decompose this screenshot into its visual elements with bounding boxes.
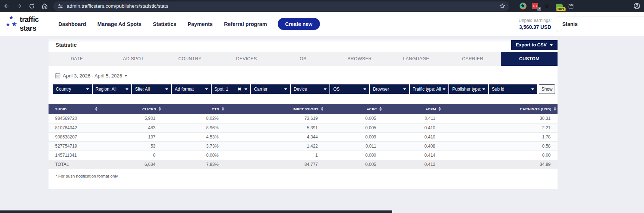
sort-arrows-icon[interactable] xyxy=(379,107,382,111)
user-menu[interactable]: Stanis xyxy=(556,16,644,32)
tab-country[interactable]: COUNTRY xyxy=(162,52,218,66)
column-header-ecpc[interactable]: eCPC xyxy=(325,104,383,114)
tab-language[interactable]: LANGUAGE xyxy=(388,52,444,66)
filter-publisher-type-all[interactable]: Publisher type: All xyxy=(449,84,488,94)
subid-cell: 810784042 xyxy=(49,123,111,132)
back-icon[interactable] xyxy=(2,2,10,10)
extension-paw-icon[interactable] xyxy=(543,3,551,10)
show-button[interactable]: Show xyxy=(539,84,555,94)
sort-arrows-icon[interactable] xyxy=(439,107,441,111)
filter-carrier[interactable]: Carrier xyxy=(251,84,290,94)
subid-cell: 527754719 xyxy=(49,141,111,151)
filter-spot-1[interactable]: Spot: 1✖ xyxy=(212,84,251,94)
column-label: EARNINGS (USD) xyxy=(520,107,551,111)
extension-badge: 7 xyxy=(537,7,541,11)
table-row: 9085382071974.53%4,3440.0090.4101.78 xyxy=(49,132,558,141)
filter-device[interactable]: Device xyxy=(291,84,330,94)
table-total-row: TOTAL6,6347.83%84,7770.0050.41234.89 xyxy=(49,160,558,169)
dropdown-caret-icon xyxy=(482,88,485,92)
screen: admin.trafficstars.com/publishers/statis… xyxy=(0,0,644,213)
value-cell: 30.31 xyxy=(442,114,558,123)
table-row: 8107840424838.96%5,3910.0050.4102.21 xyxy=(49,123,558,132)
filter-traffic-type-all[interactable]: Traffic type: All xyxy=(410,84,449,94)
nav-item-dashboard[interactable]: Dashboard xyxy=(58,21,86,27)
value-cell: 4.53% xyxy=(162,132,225,141)
export-csv-button[interactable]: Export to CSV xyxy=(511,40,558,50)
puzzle-icon[interactable] xyxy=(567,3,575,10)
subid-cell: 908538207 xyxy=(49,132,111,141)
column-label: eCPC xyxy=(367,107,377,111)
extension-camera-icon[interactable] xyxy=(519,3,527,10)
tune-icon[interactable] xyxy=(57,3,63,9)
sort-arrows-icon[interactable] xyxy=(554,107,556,111)
filter-browser[interactable]: Browser xyxy=(370,84,409,94)
value-cell: 73,619 xyxy=(225,114,325,123)
value-cell: 4,344 xyxy=(225,132,325,141)
sort-arrows-icon[interactable] xyxy=(222,107,224,111)
date-range-picker[interactable]: April 3, 2026 - April 5, 2026 xyxy=(55,72,558,80)
dropdown-caret-icon xyxy=(443,88,446,92)
filter-country[interactable]: Country xyxy=(53,84,92,94)
value-cell: 0.011 xyxy=(325,141,383,151)
nav-item-statistics[interactable]: Statistics xyxy=(153,21,176,27)
filter-label: Country xyxy=(56,87,86,92)
filter-label: Device xyxy=(294,87,324,92)
table-body: 9845697205,9018.02%73,6190.0050.41130.31… xyxy=(49,114,558,169)
tab-date[interactable]: DATE xyxy=(49,52,105,66)
address-bar[interactable]: admin.trafficstars.com/publishers/statis… xyxy=(53,1,509,11)
filter-label: Publisher type: All xyxy=(452,87,482,92)
dropdown-caret-icon xyxy=(324,88,327,92)
extension-green-icon[interactable]: 302+ xyxy=(555,3,563,10)
home-icon[interactable] xyxy=(41,2,49,10)
dropdown-caret-icon xyxy=(165,88,168,92)
forward-icon[interactable] xyxy=(15,2,23,10)
reload-icon[interactable] xyxy=(28,2,36,10)
column-header-clicks[interactable]: CLICKS xyxy=(111,104,162,114)
value-cell: 483 xyxy=(111,123,162,132)
nav-item-manage-ad-spots[interactable]: Manage Ad Spots xyxy=(97,21,142,27)
filter-os[interactable]: OS xyxy=(330,84,369,94)
filter-region-all[interactable]: Region: All xyxy=(93,84,132,94)
dropdown-caret-icon xyxy=(363,88,366,92)
sort-arrows-icon[interactable] xyxy=(159,107,161,111)
tab-custom[interactable]: CUSTOM xyxy=(501,52,558,66)
url-text[interactable]: admin.trafficstars.com/publishers/statis… xyxy=(67,3,499,9)
value-cell: 0.005 xyxy=(325,123,383,132)
nav-item-referral-program[interactable]: Referral program xyxy=(224,21,267,27)
column-header-impressions[interactable]: IMPRESSIONS xyxy=(225,104,325,114)
clear-x-icon[interactable]: ✖ xyxy=(238,87,241,92)
filter-label: Spot: 1 xyxy=(215,87,238,92)
value-cell: 1,422 xyxy=(225,141,325,151)
value-cell: 8.96% xyxy=(162,123,225,132)
filter-label: Carrier xyxy=(254,87,284,92)
dropdown-caret-icon xyxy=(550,44,553,47)
tab-carrier[interactable]: CARRIER xyxy=(444,52,501,66)
tab-browser[interactable]: BROWSER xyxy=(331,52,388,66)
filter-site-all[interactable]: Site: All xyxy=(132,84,171,94)
sort-arrows-icon[interactable] xyxy=(95,107,97,111)
column-header-earnings-usd-[interactable]: EARNINGS (USD) xyxy=(442,104,558,114)
value-cell: 1.78 xyxy=(442,132,558,141)
filter-label: Browser xyxy=(373,87,403,92)
trafficstars-logo[interactable]: ★ ★ ★ traffic stars xyxy=(5,14,49,34)
column-header-subid[interactable]: SUBID xyxy=(49,104,111,114)
unpaid-earnings-value: 3,560.37 USD xyxy=(518,24,552,30)
column-header-ecpm[interactable]: eCPM xyxy=(383,104,442,114)
column-header-ctr[interactable]: CTR xyxy=(162,104,225,114)
value-cell: 0.000 xyxy=(325,151,383,160)
filter-sub-id[interactable]: Sub id xyxy=(489,84,537,94)
tab-devices[interactable]: DEVICES xyxy=(218,52,275,66)
bookmark-star-icon[interactable] xyxy=(499,3,505,9)
extension-red-icon[interactable]: 7 xyxy=(531,3,539,10)
sort-arrows-icon[interactable] xyxy=(321,107,323,111)
create-new-button[interactable]: Create new xyxy=(278,18,320,30)
tab-os[interactable]: OS xyxy=(275,52,331,66)
value-cell: 0.00 xyxy=(442,151,558,160)
dropdown-caret-icon xyxy=(126,88,128,92)
bottom-strip xyxy=(0,210,392,213)
filter-ad-format[interactable]: Ad format xyxy=(172,84,211,94)
nav-item-payments[interactable]: Payments xyxy=(188,21,213,27)
profile-icon[interactable] xyxy=(633,3,640,10)
tab-ad-spot[interactable]: AD SPOT xyxy=(105,52,162,66)
value-cell: 0.58 xyxy=(442,141,558,151)
